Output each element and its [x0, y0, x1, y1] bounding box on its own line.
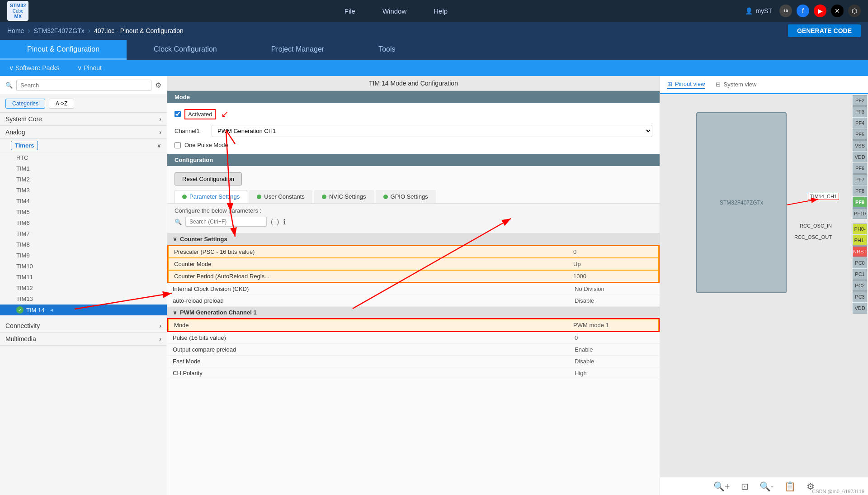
- config-tab-gpio[interactable]: GPIO Settings: [376, 190, 436, 203]
- pin-pf9[interactable]: PF9: [853, 197, 867, 208]
- pin-pf7[interactable]: PF7: [853, 174, 867, 185]
- pinout-area: PF2 PF3 PF4 PF5 VSS VDD PF6 PF7 PF8 PF9 …: [660, 94, 868, 477]
- configure-params-text: Configure the below parameters :: [175, 207, 261, 214]
- tim14-arrow: ◄: [49, 307, 54, 313]
- sidebar-item-tim6[interactable]: TIM6: [0, 218, 167, 228]
- activated-checkbox[interactable]: [175, 111, 181, 117]
- config-tab-nvic[interactable]: NVIC Settings: [314, 190, 374, 203]
- sidebar-timers-header[interactable]: Timers ∨: [0, 139, 167, 152]
- pin-vdd1: VDD: [853, 152, 867, 162]
- generate-code-button[interactable]: GENERATE CODE: [788, 24, 861, 37]
- menu-window[interactable]: Window: [382, 7, 406, 15]
- zoom-in-icon[interactable]: 🔍+: [713, 481, 730, 492]
- facebook-icon[interactable]: f: [797, 5, 809, 17]
- param-row-prescaler: Prescaler (PSC - 16 bits value) 0: [168, 246, 659, 258]
- pin-nrst[interactable]: NRST: [853, 246, 867, 257]
- sidebar-item-tim11[interactable]: TIM11: [0, 272, 167, 283]
- counter-settings-group[interactable]: ∨ Counter Settings: [167, 233, 660, 245]
- chevron-down-icon: ∨: [9, 64, 14, 71]
- rcc-osc-in-label: RCC_OSC_IN: [800, 223, 832, 228]
- output-compare-value: Enable: [569, 344, 660, 355]
- param-row-counter-period: Counter Period (AutoReload Regis... 1000: [168, 270, 659, 282]
- sidebar-list: System Core › Analog › Timers ∨ RTC TIM1…: [0, 113, 167, 495]
- sidebar-item-rtc[interactable]: RTC: [0, 152, 167, 163]
- param-search-input[interactable]: [185, 217, 267, 227]
- pin-pf10[interactable]: PF10: [853, 208, 867, 219]
- panel-title: TIM 14 Mode and Configuration: [167, 76, 660, 91]
- reset-config-button[interactable]: Reset Configuration: [175, 172, 242, 186]
- menu-help[interactable]: Help: [434, 7, 448, 15]
- nvic-label: NVIC Settings: [329, 193, 366, 200]
- sidebar-category-multimedia[interactable]: Multimedia ›: [0, 333, 167, 346]
- pulse-value: 0: [569, 332, 660, 343]
- tab-pinout-view[interactable]: ⊞ Pinout view: [667, 81, 705, 89]
- sidebar-item-tim10[interactable]: TIM10: [0, 261, 167, 272]
- sidebar-item-tim1[interactable]: TIM1: [0, 163, 167, 174]
- breadcrumb: Home › STM32F407ZGTx › 407.ioc - Pinout …: [0, 22, 868, 40]
- logo-cube: Cube: [13, 9, 24, 14]
- pin-pf8[interactable]: PF8: [853, 186, 867, 196]
- filter-az-btn[interactable]: A->Z: [49, 99, 74, 109]
- tab-pinout-config[interactable]: Pinout & Configuration: [0, 40, 127, 60]
- x-icon[interactable]: ✕: [831, 5, 844, 17]
- myst-button[interactable]: 👤 myST: [745, 7, 772, 14]
- sidebar-item-tim12[interactable]: TIM12: [0, 283, 167, 294]
- pin-pf3[interactable]: PF3: [853, 106, 867, 117]
- param-info-icon[interactable]: ℹ: [283, 218, 286, 226]
- tab-project-manager[interactable]: Project Manager: [244, 40, 351, 60]
- counter-period-value: 1000: [568, 271, 658, 282]
- sidebar-item-tim2[interactable]: TIM2: [0, 174, 167, 185]
- fit-view-icon[interactable]: ⊡: [741, 481, 749, 492]
- sidebar-item-tim7[interactable]: TIM7: [0, 228, 167, 239]
- tab-clock-config[interactable]: Clock Configuration: [127, 40, 244, 60]
- tab-tools[interactable]: Tools: [351, 40, 422, 60]
- tab-system-view[interactable]: ⊟ System view: [716, 81, 756, 89]
- filter-categories-btn[interactable]: Categories: [5, 99, 45, 109]
- zoom-out-icon[interactable]: 🔍-: [760, 481, 774, 492]
- pin-pc3[interactable]: PC3: [853, 291, 867, 302]
- sidebar-item-tim3[interactable]: TIM3: [0, 185, 167, 196]
- sidebar-item-tim4[interactable]: TIM4: [0, 196, 167, 207]
- prescaler-value: 0: [568, 246, 658, 257]
- config-tab-parameters[interactable]: Parameter Settings: [175, 190, 247, 203]
- sidebar-item-tim5[interactable]: TIM5: [0, 207, 167, 218]
- config-tab-user-constants[interactable]: User Constants: [249, 190, 312, 203]
- pin-pc2[interactable]: PC2: [853, 280, 867, 291]
- pin-pf5[interactable]: PF5: [853, 129, 867, 140]
- sidebar-item-tim8[interactable]: TIM8: [0, 239, 167, 250]
- pin-pf6[interactable]: PF6: [853, 163, 867, 174]
- pin-pc1[interactable]: PC1: [853, 269, 867, 280]
- youtube-icon[interactable]: ▶: [814, 5, 826, 17]
- param-prev-icon[interactable]: ⟨: [270, 218, 273, 226]
- sidebar-item-tim13[interactable]: TIM13: [0, 294, 167, 305]
- check-circle-icon: ✓: [16, 306, 24, 314]
- one-pulse-checkbox[interactable]: [175, 142, 181, 148]
- badge-icon: 10: [779, 5, 792, 17]
- breadcrumb-device[interactable]: STM32F407ZGTx: [34, 27, 85, 34]
- sidebar-category-system-core[interactable]: System Core ›: [0, 113, 167, 126]
- search-param-icon: 🔍: [175, 219, 182, 225]
- pwm-gen-group[interactable]: ∨ PWM Generation Channel 1: [167, 307, 660, 318]
- pin-ph1[interactable]: PH1-: [853, 235, 867, 246]
- sidebar-category-connectivity[interactable]: Connectivity ›: [0, 319, 167, 333]
- sidebar-item-tim14[interactable]: ✓ TIM 14 ◄: [0, 305, 167, 316]
- channel1-label: Channel1: [175, 128, 206, 134]
- subtab-software-packs[interactable]: ∨ Software Packs: [9, 64, 59, 71]
- menu-file[interactable]: File: [344, 7, 355, 15]
- sidebar-item-tim9[interactable]: TIM9: [0, 250, 167, 261]
- subtab-pinout[interactable]: ∨ Pinout: [77, 64, 102, 71]
- breadcrumb-file[interactable]: 407.ioc - Pinout & Configuration: [94, 27, 184, 34]
- chip-label: STM32F407ZGTx: [720, 200, 763, 206]
- sidebar-category-analog[interactable]: Analog ›: [0, 126, 167, 139]
- breadcrumb-home[interactable]: Home: [7, 27, 24, 34]
- channel1-select[interactable]: PWM Generation CH1: [212, 125, 652, 137]
- export-icon[interactable]: 📋: [784, 481, 796, 492]
- github-icon[interactable]: ⬡: [848, 5, 861, 17]
- search-input[interactable]: [16, 80, 151, 91]
- pin-pf4[interactable]: PF4: [853, 118, 867, 129]
- pin-ph0[interactable]: PH0-: [853, 224, 867, 234]
- pin-pf2[interactable]: PF2: [853, 95, 867, 106]
- settings-icon[interactable]: ⚙: [155, 81, 161, 90]
- param-next-icon[interactable]: ⟩: [277, 218, 279, 226]
- pin-pc0[interactable]: PC0: [853, 257, 867, 268]
